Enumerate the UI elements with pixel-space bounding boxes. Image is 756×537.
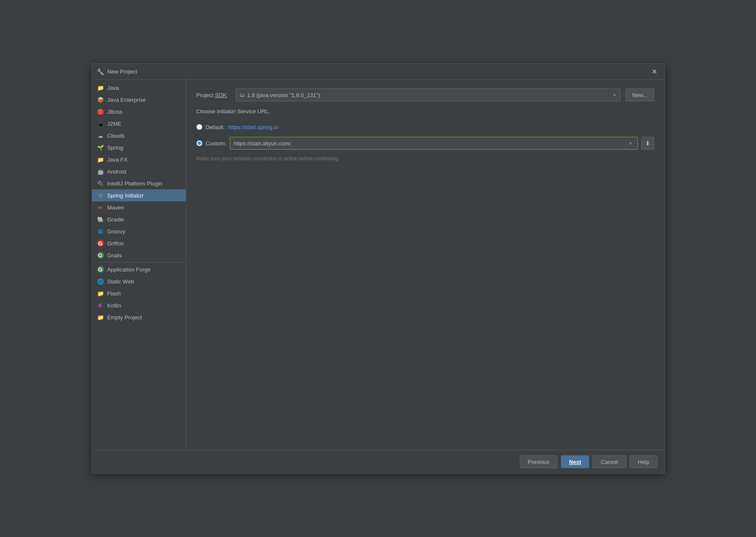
- cancel-button[interactable]: Cancel: [593, 455, 626, 468]
- sidebar-item-intellij[interactable]: 🔌 IntelliJ Platform Plugin: [92, 177, 186, 189]
- sidebar-item-label: Java Enterprise: [107, 97, 146, 103]
- custom-url-dropdown-arrow[interactable]: ▼: [626, 138, 636, 149]
- custom-url-input[interactable]: [232, 140, 626, 147]
- dialog-footer: Previous Next Cancel Help: [92, 450, 664, 473]
- sidebar-item-label: Griffon: [107, 240, 124, 247]
- sidebar-item-label: Gradle: [107, 216, 124, 223]
- custom-url-wrapper: ▼: [230, 137, 638, 150]
- sidebar-divider: [92, 262, 186, 263]
- sidebar-item-label: Static Web: [107, 278, 134, 285]
- groovy-icon: G: [97, 228, 104, 235]
- default-radio[interactable]: [196, 124, 202, 130]
- java-icon: 📁: [97, 84, 104, 91]
- dialog-titlebar: 🔧 New Project ✕: [92, 64, 664, 80]
- android-icon: 🤖: [97, 168, 104, 175]
- flash-icon: 📁: [97, 290, 104, 297]
- new-project-dialog: 🔧 New Project ✕ 📁 Java 📦 Java Enterprise…: [92, 63, 665, 474]
- sdk-folder-icon: 🗂: [240, 92, 245, 98]
- sidebar-item-label: Maven: [107, 204, 124, 211]
- default-radio-label: Default:: [206, 124, 225, 130]
- custom-radio-label: Custom:: [206, 140, 226, 147]
- sidebar-item-label: Application Forge: [107, 266, 151, 273]
- sidebar-item-javafx[interactable]: 📁 Java FX: [92, 153, 186, 165]
- sidebar-item-label: Java: [107, 85, 119, 91]
- java-enterprise-icon: 📦: [97, 96, 104, 103]
- intellij-icon: 🔌: [97, 180, 104, 187]
- sdk-label: Project SDK:: [196, 92, 231, 98]
- appforge-icon: G: [97, 266, 104, 273]
- dialog-icon: 🔧: [97, 68, 104, 75]
- close-button[interactable]: ✕: [650, 67, 659, 77]
- default-url-link[interactable]: https://start.spring.io: [228, 124, 278, 130]
- sidebar-item-label: Android: [107, 168, 127, 175]
- clouds-icon: ☁: [97, 132, 104, 139]
- custom-url-action-button[interactable]: ⬇: [641, 137, 654, 150]
- sidebar-item-java[interactable]: 📁 Java: [92, 82, 186, 94]
- sidebar-item-java-enterprise[interactable]: 📦 Java Enterprise: [92, 94, 186, 106]
- spring-initializr-icon: ⚙: [97, 192, 104, 199]
- griffon-icon: G: [97, 240, 104, 247]
- sidebar-item-label: Flash: [107, 290, 121, 297]
- grails-icon: G: [97, 252, 104, 259]
- sidebar-item-griffon[interactable]: G Griffon: [92, 237, 186, 249]
- sidebar-item-flash[interactable]: 📁 Flash: [92, 287, 186, 299]
- sidebar-item-label: Spring: [107, 145, 124, 151]
- sidebar-item-label: Clouds: [107, 133, 125, 139]
- sdk-value-text: 1.8 (java version "1.8.0_131"): [247, 92, 320, 98]
- gradle-icon: 🐘: [97, 216, 104, 223]
- sidebar-item-spring-initializr[interactable]: ⚙ Spring Initializr: [92, 189, 186, 201]
- sdk-dropdown[interactable]: 🗂 1.8 (java version "1.8.0_131") ▼: [236, 89, 621, 101]
- javafx-icon: 📁: [97, 156, 104, 163]
- sidebar-item-grails[interactable]: G Grails: [92, 249, 186, 261]
- jboss-icon: 🔴: [97, 108, 104, 115]
- sidebar-item-groovy[interactable]: G Groovy: [92, 225, 186, 237]
- dialog-title-text: New Project: [107, 68, 137, 75]
- url-section: Default: https://start.spring.io Custom:…: [196, 121, 654, 162]
- default-radio-row: Default: https://start.spring.io: [196, 121, 654, 133]
- sidebar-item-gradle[interactable]: 🐘 Gradle: [92, 213, 186, 225]
- sidebar-item-kotlin[interactable]: K Kotlin: [92, 299, 186, 311]
- sidebar-item-label: Spring Initializr: [107, 192, 144, 199]
- sidebar: 📁 Java 📦 Java Enterprise 🔴 JBoss 📱 J2ME …: [92, 80, 186, 450]
- custom-radio[interactable]: [196, 140, 202, 146]
- sidebar-item-label: IntelliJ Platform Plugin: [107, 180, 163, 187]
- staticweb-icon: 🌐: [97, 278, 104, 285]
- sidebar-item-empty[interactable]: 📁 Empty Project: [92, 311, 186, 323]
- sidebar-item-label: Java FX: [107, 156, 128, 163]
- spring-icon: 🌱: [97, 144, 104, 151]
- sidebar-item-spring[interactable]: 🌱 Spring: [92, 142, 186, 153]
- sidebar-item-label: JBoss: [107, 109, 122, 115]
- next-button[interactable]: Next: [561, 455, 589, 468]
- sidebar-item-android[interactable]: 🤖 Android: [92, 165, 186, 177]
- previous-button[interactable]: Previous: [520, 455, 558, 468]
- hint-text: Make sure your network connection is act…: [196, 156, 654, 162]
- help-button[interactable]: Help: [630, 455, 658, 468]
- empty-icon: 📁: [97, 314, 104, 321]
- sidebar-item-label: Grails: [107, 252, 122, 259]
- sidebar-item-jboss[interactable]: 🔴 JBoss: [92, 106, 186, 118]
- main-content: Project SDK: 🗂 1.8 (java version "1.8.0_…: [186, 80, 664, 450]
- sidebar-item-label: Kotlin: [107, 302, 122, 309]
- dialog-title: 🔧 New Project: [97, 68, 137, 75]
- sidebar-item-j2me[interactable]: 📱 J2ME: [92, 118, 186, 130]
- j2me-icon: 📱: [97, 120, 104, 127]
- sidebar-item-appforge[interactable]: G Application Forge: [92, 263, 186, 275]
- sidebar-item-label: J2ME: [107, 121, 122, 127]
- maven-icon: m: [97, 204, 104, 211]
- dialog-body: 📁 Java 📦 Java Enterprise 🔴 JBoss 📱 J2ME …: [92, 80, 664, 450]
- sdk-dropdown-arrow: ▼: [612, 93, 617, 97]
- sidebar-item-maven[interactable]: m Maven: [92, 201, 186, 213]
- sdk-dropdown-content: 🗂 1.8 (java version "1.8.0_131"): [240, 92, 320, 98]
- custom-radio-row: Custom: ▼ ⬇: [196, 137, 654, 150]
- choose-url-label: Choose Initializr Service URL.: [196, 108, 654, 115]
- sidebar-item-label: Groovy: [107, 228, 125, 235]
- sidebar-item-staticweb[interactable]: 🌐 Static Web: [92, 275, 186, 287]
- sidebar-item-label: Empty Project: [107, 314, 142, 321]
- new-sdk-button[interactable]: New...: [626, 89, 654, 101]
- sidebar-item-clouds[interactable]: ☁ Clouds: [92, 130, 186, 142]
- sdk-row: Project SDK: 🗂 1.8 (java version "1.8.0_…: [196, 89, 654, 101]
- kotlin-icon: K: [97, 302, 104, 309]
